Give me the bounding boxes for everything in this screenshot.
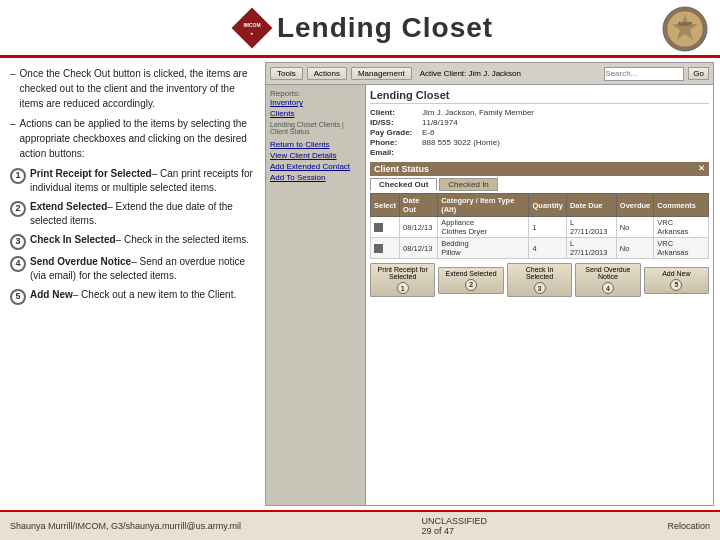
table-row: 08/12/13 Appliance Clothes Dryer 1 L 27/… — [371, 217, 709, 238]
footer-author: Shaunya Murrill/IMCOM, G3/shaunya.murril… — [10, 521, 241, 531]
tab-checked-in[interactable]: Checked In — [439, 178, 497, 191]
sidebar-reports: Reports: Inventory Clients — [270, 89, 361, 118]
extend-badge: 2 — [465, 279, 477, 291]
action-text-2: Extend Selected– Extend the due date of … — [30, 200, 255, 228]
action-items-list: 1 Print Receipt for Selected– Can print … — [10, 167, 255, 305]
go-button[interactable]: Go — [688, 67, 709, 80]
circle-3: 3 — [10, 234, 26, 250]
client-email-row: Email: — [370, 148, 709, 157]
row1-qty: 1 — [529, 217, 566, 238]
row2-qty: 4 — [529, 238, 566, 259]
app-screenshot: Tools Actions Management Active Client: … — [265, 62, 714, 506]
row2-overdue: No — [616, 238, 653, 259]
row2-comments: VRC Arkansas — [654, 238, 709, 259]
client-name-value: Jim J. Jackson, Family Member — [422, 108, 534, 117]
header: IMCOM ★ Lending Closet ARMY — [0, 0, 720, 58]
client-email-label: Email: — [370, 148, 420, 157]
items-table: Select Date Out Category / Item Type (Al… — [370, 193, 709, 259]
view-client-details-link[interactable]: View Client Details — [270, 151, 361, 160]
footer-label: Relocation — [667, 521, 710, 531]
row2-select — [371, 238, 400, 259]
overdue-badge: 4 — [602, 282, 614, 294]
client-id-label: ID/SS: — [370, 118, 420, 127]
add-to-session-link[interactable]: Add To Session — [270, 173, 361, 182]
action-buttons-row: Print Receipt for Selected 1 Extend Sele… — [370, 263, 709, 297]
management-button[interactable]: Management — [351, 67, 412, 80]
bullet-text-1: Once the Check Out button is clicked, th… — [20, 66, 255, 111]
dash-2: – — [10, 116, 16, 161]
extend-selected-button[interactable]: Extend Selected 2 — [438, 267, 503, 294]
action-text-5: Add New– Check out a new item to the Cli… — [30, 288, 236, 302]
svg-text:★: ★ — [250, 31, 254, 36]
row1-date-out: 08/12/13 — [400, 217, 438, 238]
army-logo-right: ARMY — [660, 4, 710, 54]
action-text-3: Check In Selected– Check in the selected… — [30, 233, 249, 247]
action-text-4: Send Overdue Notice– Send an overdue not… — [30, 255, 255, 283]
circle-4: 4 — [10, 256, 26, 272]
tools-button[interactable]: Tools — [270, 67, 303, 80]
clients-link[interactable]: Clients — [270, 109, 361, 118]
send-overdue-button[interactable]: Send Overdue Notice 4 — [575, 263, 640, 297]
app-sidebar: Reports: Inventory Clients Lending Close… — [266, 85, 366, 505]
imcom-logo-left: IMCOM ★ — [227, 3, 277, 53]
checkin-badge: 3 — [534, 282, 546, 294]
row2-checkbox[interactable] — [374, 244, 383, 253]
row2-date-out: 08/12/13 — [400, 238, 438, 259]
col-select: Select — [371, 194, 400, 217]
col-comments: Comments — [654, 194, 709, 217]
col-date-due: Date Due — [566, 194, 616, 217]
client-id-row: ID/SS: 11/8/1974 — [370, 118, 709, 127]
svg-rect-0 — [231, 6, 273, 48]
tab-checked-out[interactable]: Checked Out — [370, 178, 437, 191]
inventory-link[interactable]: Inventory — [270, 98, 361, 107]
client-id-value: 11/8/1974 — [422, 118, 458, 127]
row2-category: Bedding Pillow — [438, 238, 529, 259]
row1-checkbox[interactable] — [374, 223, 383, 232]
client-status-bar: Client Status ✕ — [370, 162, 709, 176]
client-paygrade-row: Pay Grade: E-6 — [370, 128, 709, 137]
close-status-button[interactable]: ✕ — [698, 164, 705, 174]
svg-text:IMCOM: IMCOM — [243, 22, 260, 28]
client-left: Client: Jim J. Jackson, Family Member ID… — [370, 108, 709, 158]
client-name-row: Client: Jim J. Jackson, Family Member — [370, 108, 709, 117]
print-badge: 1 — [397, 282, 409, 294]
tabs-row: Checked Out Checked In — [370, 178, 709, 191]
add-new-button[interactable]: Add New 5 — [644, 267, 709, 294]
circle-2: 2 — [10, 201, 26, 217]
search-input[interactable] — [604, 67, 684, 81]
bullet-text-2: Actions can be applied to the items by s… — [20, 116, 255, 161]
check-in-button[interactable]: Check In Selected 3 — [507, 263, 572, 297]
action-item-1: 1 Print Receipt for Selected– Can print … — [10, 167, 255, 195]
row2-date-due: L 27/11/2013 — [566, 238, 616, 259]
action-item-5: 5 Add New– Check out a new item to the C… — [10, 288, 255, 305]
client-phone-value: 888 555 3022 (Home) — [422, 138, 500, 147]
client-info: Client: Jim J. Jackson, Family Member ID… — [370, 108, 709, 158]
action-text-1: Print Receipt for Selected– Can print re… — [30, 167, 255, 195]
action-item-2: 2 Extend Selected– Extend the due date o… — [10, 200, 255, 228]
main-content: – Once the Check Out button is clicked, … — [0, 58, 720, 510]
print-receipt-button[interactable]: Print Receipt for Selected 1 — [370, 263, 435, 297]
row1-date-due: L 27/11/2013 — [566, 217, 616, 238]
app-main-title: Lending Closet — [370, 89, 709, 104]
row1-overdue: No — [616, 217, 653, 238]
app-content-area: Reports: Inventory Clients Lending Close… — [266, 85, 713, 505]
return-to-clients-link[interactable]: Return to Clients — [270, 140, 361, 149]
col-category: Category / Item Type (Alt) — [438, 194, 529, 217]
dash-1: – — [10, 66, 16, 111]
circle-5: 5 — [10, 289, 26, 305]
table-header-row: Select Date Out Category / Item Type (Al… — [371, 194, 709, 217]
add-extended-contact-link[interactable]: Add Extended Contact — [270, 162, 361, 171]
actions-button[interactable]: Actions — [307, 67, 347, 80]
col-date-out: Date Out — [400, 194, 438, 217]
page-title: Lending Closet — [277, 12, 493, 44]
circle-1: 1 — [10, 168, 26, 184]
footer-classification: UNCLASSIFIED 29 of 47 — [421, 516, 487, 536]
client-phone-row: Phone: 888 555 3022 (Home) — [370, 138, 709, 147]
client-phone-label: Phone: — [370, 138, 420, 147]
left-panel: – Once the Check Out button is clicked, … — [0, 58, 265, 510]
client-status-title: Client Status — [374, 164, 429, 174]
row1-comments: VRC Arkansas — [654, 217, 709, 238]
col-qty: Quantity — [529, 194, 566, 217]
client-paygrade-value: E-6 — [422, 128, 434, 137]
action-item-4: 4 Send Overdue Notice– Send an overdue n… — [10, 255, 255, 283]
